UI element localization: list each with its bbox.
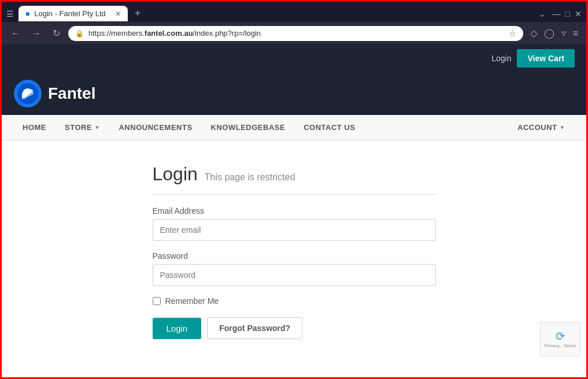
email-label: Email Address xyxy=(153,206,436,215)
email-input[interactable] xyxy=(153,219,436,241)
security-icon: 🔒 xyxy=(75,29,84,38)
logo-text: Fantel xyxy=(48,84,95,103)
login-heading: Login This page is restricted xyxy=(153,164,436,195)
login-container: Login This page is restricted Email Addr… xyxy=(153,164,436,339)
maximize-button[interactable]: □ xyxy=(565,9,570,18)
forgot-password-button[interactable]: Forgot Password? xyxy=(207,317,302,339)
login-button[interactable]: Login xyxy=(153,318,202,339)
account-icon[interactable]: ◯ xyxy=(542,25,557,41)
active-tab[interactable]: ■ Login - Fantel Pty Ltd ✕ xyxy=(19,6,128,21)
recaptcha-text: Privacy - Terms xyxy=(545,343,576,349)
menu-icon[interactable]: ≡ xyxy=(571,26,580,41)
password-label: Password xyxy=(153,251,436,261)
logo[interactable]: Fantel xyxy=(13,79,95,108)
site-nav: HOME STORE ▼ ANNOUNCEMENTS KNOWLEDGEBASE… xyxy=(2,115,586,140)
new-tab-button[interactable]: + xyxy=(130,5,146,22)
forgot-bold: Pass xyxy=(247,324,266,333)
url-prefix: https://members. xyxy=(88,29,145,38)
forgot-suffix: word? xyxy=(266,324,290,333)
form-actions: Login Forgot Password? xyxy=(153,317,436,339)
email-group: Email Address xyxy=(153,206,436,241)
tab-close-button[interactable]: ✕ xyxy=(115,10,121,18)
back-button[interactable]: ← xyxy=(8,26,24,41)
nav-item-announcements[interactable]: ANNOUNCEMENTS xyxy=(109,115,201,140)
nav-item-knowledgebase[interactable]: KNOWLEDGEBASE xyxy=(202,115,295,140)
url-suffix: /index.php?rp=/login xyxy=(193,29,261,38)
view-cart-button[interactable]: View Cart xyxy=(517,49,575,68)
site-header: Login View Cart xyxy=(2,44,586,72)
tab-bar: ☰ ■ Login - Fantel Pty Ltd ✕ + ⌄ — □ ✕ xyxy=(2,2,586,22)
recaptcha-widget: ⟳ Privacy - Terms xyxy=(540,322,580,356)
url-display: https://members.fantel.com.au/index.php?… xyxy=(88,29,502,38)
forgot-prefix: Forgot xyxy=(219,324,247,333)
remember-label: Remember Me xyxy=(165,296,219,306)
remember-checkbox[interactable] xyxy=(153,297,161,305)
url-domain: fantel.com.au xyxy=(145,29,193,38)
account-dropdown-arrow: ▼ xyxy=(560,124,565,131)
browser-chrome: ☰ ■ Login - Fantel Pty Ltd ✕ + ⌄ — □ ✕ ←… xyxy=(2,2,586,44)
nav-item-store[interactable]: STORE ▼ xyxy=(56,115,109,140)
browser-dropdown-icon[interactable]: ⌄ xyxy=(539,9,546,18)
browser-menu-icon[interactable]: ☰ xyxy=(6,9,14,18)
nav-item-account[interactable]: ACCOUNT ▼ xyxy=(508,115,575,140)
bookmark-icon[interactable]: ☆ xyxy=(509,29,516,38)
recaptcha-icon: ⟳ xyxy=(556,329,565,343)
nav-item-home[interactable]: HOME xyxy=(13,115,56,140)
logo-bar: Fantel xyxy=(2,72,586,115)
logo-icon xyxy=(13,79,42,108)
minimize-button[interactable]: — xyxy=(553,9,561,18)
pocket-icon[interactable]: ◇ xyxy=(528,25,539,41)
header-login-link[interactable]: Login xyxy=(491,54,511,63)
main-content: Login This page is restricted Email Addr… xyxy=(2,140,586,362)
browser-actions: ◇ ◯ ▿ ≡ xyxy=(528,25,580,41)
store-dropdown-arrow: ▼ xyxy=(94,124,100,131)
nav-item-contact[interactable]: CONTACT US xyxy=(294,115,364,140)
password-group: Password xyxy=(153,251,436,286)
login-subtitle: This page is restricted xyxy=(205,172,295,183)
refresh-button[interactable]: ↻ xyxy=(49,25,64,41)
address-bar-row: ← → ↻ 🔒 https://members.fantel.com.au/in… xyxy=(2,22,586,44)
extensions-icon[interactable]: ▿ xyxy=(559,25,568,41)
password-input[interactable] xyxy=(153,264,436,286)
remember-row: Remember Me xyxy=(153,296,436,306)
login-title: Login xyxy=(153,164,198,185)
forward-button[interactable]: → xyxy=(28,26,45,41)
tab-title: Login - Fantel Pty Ltd xyxy=(34,9,106,18)
address-bar[interactable]: 🔒 https://members.fantel.com.au/index.ph… xyxy=(68,26,523,41)
close-button[interactable]: ✕ xyxy=(575,9,582,18)
tab-favicon: ■ xyxy=(25,10,29,18)
